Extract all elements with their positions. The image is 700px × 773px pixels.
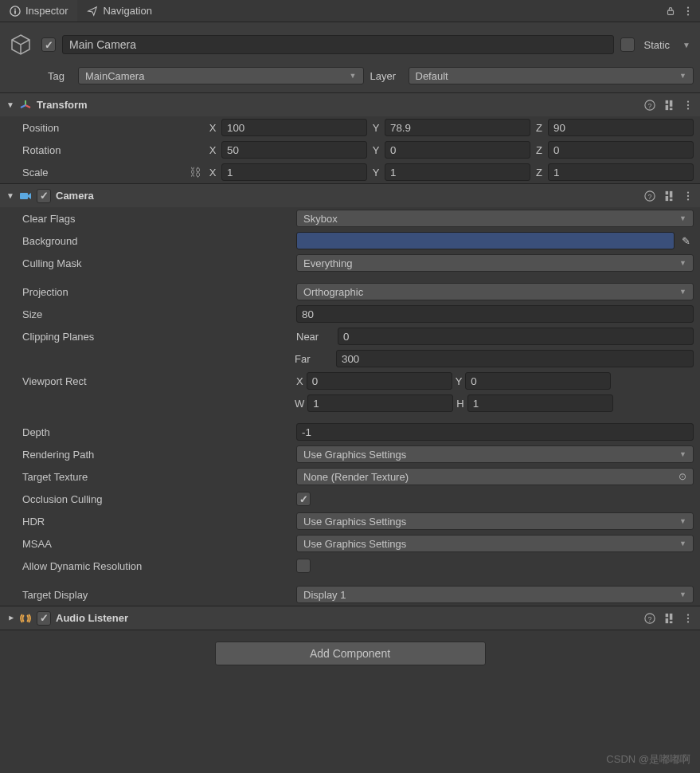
audio-listener-foldout[interactable]: ▼ xyxy=(6,614,15,622)
hdr-dropdown[interactable]: Use Graphics Settings▼ xyxy=(296,512,694,530)
preset-icon[interactable] xyxy=(663,613,675,624)
svg-rect-10 xyxy=(670,100,673,109)
gameobject-active-checkbox[interactable] xyxy=(41,37,56,52)
far-input[interactable] xyxy=(336,350,694,367)
scale-x-input[interactable] xyxy=(221,163,367,181)
x-label: X xyxy=(207,122,218,134)
scale-row: Scale ⛓ X Y Z xyxy=(0,161,700,183)
kebab-menu-icon[interactable] xyxy=(682,100,694,111)
rotation-z-input[interactable] xyxy=(548,141,694,159)
viewport-y-input[interactable] xyxy=(465,372,611,390)
info-icon xyxy=(10,6,21,17)
svg-point-4 xyxy=(687,6,689,8)
position-y-input[interactable] xyxy=(385,119,530,136)
position-z-input[interactable] xyxy=(548,119,694,136)
eyedropper-icon[interactable]: ✎ xyxy=(678,235,694,247)
y-label: Y xyxy=(370,144,381,156)
constrain-proportions-icon[interactable]: ⛓ xyxy=(190,166,201,179)
scale-z-input[interactable] xyxy=(548,163,694,181)
far-label: Far xyxy=(295,353,333,365)
transform-foldout[interactable]: ▼ xyxy=(6,100,14,109)
target-texture-picker[interactable]: None (Render Texture)⊙ xyxy=(296,468,694,485)
projection-dropdown[interactable]: Orthographic▼ xyxy=(296,283,694,300)
add-component-button[interactable]: Add Component xyxy=(215,642,486,665)
object-picker-icon[interactable]: ⊙ xyxy=(678,471,686,482)
depth-row: Depth xyxy=(0,421,700,443)
svg-text:?: ? xyxy=(648,101,652,109)
svg-rect-11 xyxy=(665,104,669,105)
size-label: Size xyxy=(22,308,293,320)
preset-icon[interactable] xyxy=(663,190,675,202)
tag-dropdown[interactable]: MainCamera ▼ xyxy=(78,67,364,84)
chevron-down-icon: ▼ xyxy=(679,591,686,598)
culling-mask-dropdown[interactable]: Everything▼ xyxy=(296,254,694,272)
chevron-down-icon: ▼ xyxy=(679,450,686,458)
tab-inspector[interactable]: Inspector xyxy=(0,0,77,22)
background-row: Background ✎ xyxy=(0,230,700,252)
svg-rect-30 xyxy=(665,617,669,618)
static-checkbox[interactable] xyxy=(620,37,635,52)
allow-dynamic-resolution-checkbox[interactable] xyxy=(296,559,311,573)
chevron-down-icon: ▼ xyxy=(679,540,686,547)
gameobject-icon[interactable] xyxy=(6,30,35,59)
kebab-menu-icon[interactable] xyxy=(682,6,694,17)
svg-rect-31 xyxy=(669,619,673,621)
culling-mask-label: Culling Mask xyxy=(22,257,293,269)
scale-y-input[interactable] xyxy=(385,163,530,181)
near-input[interactable] xyxy=(338,328,694,345)
clear-flags-dropdown[interactable]: Skybox▼ xyxy=(296,210,694,227)
background-label: Background xyxy=(22,235,293,247)
gameobject-name-input[interactable] xyxy=(62,35,614,54)
msaa-label: MSAA xyxy=(22,538,293,550)
y-label: Y xyxy=(370,167,381,179)
camera-enabled-checkbox[interactable] xyxy=(37,189,51,203)
audio-listener-icon xyxy=(19,612,32,625)
layer-dropdown[interactable]: Default ▼ xyxy=(409,67,694,84)
viewport-h-input[interactable] xyxy=(467,394,613,412)
svg-rect-2 xyxy=(14,10,16,14)
depth-input[interactable] xyxy=(296,423,694,441)
y-label: Y xyxy=(456,375,463,387)
help-icon[interactable]: ? xyxy=(644,613,655,624)
kebab-menu-icon[interactable] xyxy=(682,190,694,202)
position-x-input[interactable] xyxy=(221,119,367,136)
preset-icon[interactable] xyxy=(663,100,675,111)
tab-navigation[interactable]: Navigation xyxy=(77,0,161,22)
rotation-row: Rotation X Y Z xyxy=(0,139,700,161)
rotation-y-input[interactable] xyxy=(385,141,530,159)
svg-rect-3 xyxy=(668,10,674,14)
viewport-x-input[interactable] xyxy=(307,372,452,390)
projection-row: Projection Orthographic▼ xyxy=(0,281,700,303)
position-label: Position xyxy=(22,122,204,134)
rotation-x-input[interactable] xyxy=(221,141,367,159)
occlusion-culling-checkbox[interactable] xyxy=(296,492,311,506)
background-color-swatch[interactable] xyxy=(296,232,675,249)
svg-rect-16 xyxy=(20,193,28,199)
layer-label: Layer xyxy=(370,70,402,82)
help-icon[interactable]: ? xyxy=(644,100,655,111)
camera-header: ▼ Camera ? xyxy=(0,183,700,207)
camera-icon xyxy=(19,190,32,202)
chevron-down-icon: ▼ xyxy=(679,288,686,296)
target-display-dropdown[interactable]: Display 1▼ xyxy=(296,586,694,603)
viewport-w-input[interactable] xyxy=(307,394,453,412)
svg-text:?: ? xyxy=(648,614,652,622)
transform-icon xyxy=(19,99,32,112)
svg-point-25 xyxy=(687,198,689,200)
help-icon[interactable]: ? xyxy=(644,190,655,202)
clear-flags-label: Clear Flags xyxy=(22,213,293,225)
svg-point-34 xyxy=(687,621,689,622)
static-dropdown-caret[interactable]: ▼ xyxy=(679,41,694,49)
size-row: Size xyxy=(0,303,700,325)
kebab-menu-icon[interactable] xyxy=(682,613,694,624)
near-label: Near xyxy=(296,331,334,343)
svg-point-23 xyxy=(687,191,689,193)
audio-listener-enabled-checkbox[interactable] xyxy=(37,611,51,626)
x-label: X xyxy=(296,375,303,387)
msaa-dropdown[interactable]: Use Graphics Settings▼ xyxy=(296,535,694,552)
size-input[interactable] xyxy=(296,305,694,323)
lock-icon[interactable] xyxy=(665,6,676,17)
tab-navigation-label: Navigation xyxy=(103,5,151,17)
rendering-path-dropdown[interactable]: Use Graphics Settings▼ xyxy=(296,445,694,463)
camera-foldout[interactable]: ▼ xyxy=(6,191,14,200)
